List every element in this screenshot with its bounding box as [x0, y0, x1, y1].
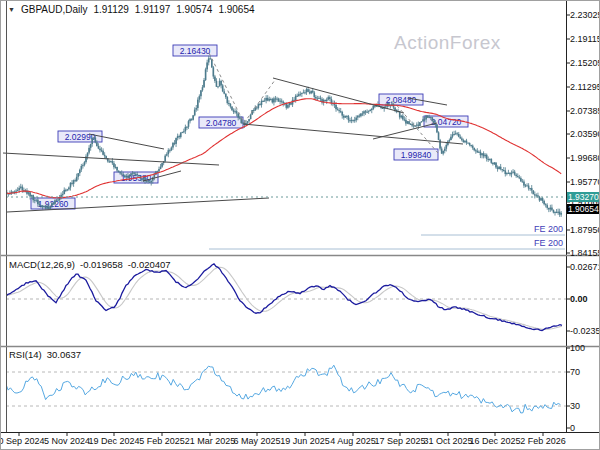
- macd-title: MACD(12,26,9) -0.019658 -0.020407: [9, 259, 171, 270]
- price-axis-tick: 2.23025: [570, 10, 600, 20]
- fe-200-label: FE 200: [503, 238, 563, 248]
- price-axis-tick: 2.03590: [570, 129, 600, 139]
- rsi-label: RSI(14): [9, 349, 42, 360]
- date-axis-label: 19 Jun 2025: [280, 436, 330, 446]
- level-price-box: 1.93270: [567, 192, 600, 202]
- symbol-timeframe: GBPAUD,Daily: [21, 4, 88, 15]
- chart-frame: [1, 1, 600, 436]
- fe-200-label: FE 200: [503, 224, 563, 234]
- quote-open: 1.91129: [93, 4, 128, 15]
- date-axis-label: 17 Sep 2025: [374, 436, 425, 446]
- symbol-dropdown-icon[interactable]: ▼: [8, 6, 15, 13]
- swing-price-labels: 2.164302.029901.922601.953802.047802.084…: [31, 45, 468, 209]
- last-price-box: 1.90654: [567, 204, 600, 214]
- date-axis-label: 4 Aug 2025: [330, 436, 376, 446]
- macd-value-signal: -0.020407: [128, 259, 171, 270]
- macd-lines: [6, 264, 562, 331]
- rsi-axis-tick: 100: [570, 343, 585, 353]
- date-axis-label: 31 Oct 2025: [423, 436, 472, 446]
- watermark: ActionForex: [394, 32, 501, 54]
- date-axis-label: 19 Dec 2024: [88, 436, 139, 446]
- rsi-value: 30.0637: [47, 349, 81, 360]
- price-axis-tick: 1.87950: [570, 225, 600, 235]
- price-axis-tick: 2.19115: [570, 34, 600, 44]
- price-axis-tick: 2.11295: [570, 82, 600, 92]
- date-axis-label: 20 Sep 2024: [0, 436, 45, 446]
- date-axis-label: 2 Feb 2026: [520, 436, 566, 446]
- macd-axis-tick: -0.023588: [570, 326, 600, 336]
- quote-high: 1.91197: [135, 4, 170, 15]
- macd-axis-tick: 0.026715: [570, 262, 600, 272]
- quote-close: 1.90654: [218, 4, 254, 15]
- quote-low: 1.90574: [176, 4, 212, 15]
- rsi-axis-tick: 0: [570, 423, 575, 433]
- price-axis-tick: 2.07385: [570, 106, 600, 116]
- svg-text:2.16430: 2.16430: [180, 46, 211, 56]
- macd-label: MACD(12,26,9): [9, 259, 75, 270]
- svg-text:2.08480: 2.08480: [386, 95, 417, 105]
- date-axis-label: 5 Feb 2025: [139, 436, 185, 446]
- rsi-axis-tick: 30: [570, 401, 580, 411]
- date-axis-label: 21 Mar 2025: [185, 436, 236, 446]
- price-axis-tick: 1.99680: [570, 153, 600, 163]
- price-axis-tick: 1.95770: [570, 177, 600, 187]
- price-axis-tick: 1.84155: [570, 248, 600, 258]
- moving-average-line: [7, 99, 561, 198]
- svg-text:2.02990: 2.02990: [65, 132, 96, 142]
- rsi-title: RSI(14) 30.0637: [9, 349, 81, 360]
- macd-axis-tick: 0.00: [570, 294, 588, 304]
- trading-chart-window: 2.164302.029901.922601.953802.047802.084…: [0, 0, 600, 450]
- date-axis-label: 6 May 2025: [233, 436, 280, 446]
- svg-text:2.04780: 2.04780: [206, 118, 237, 128]
- price-axis-tick: 2.15205: [570, 58, 600, 68]
- date-axis-label: 5 Nov 2024: [44, 436, 90, 446]
- rsi-axis-tick: 70: [570, 367, 580, 377]
- macd-value-main: -0.019658: [80, 259, 123, 270]
- svg-text:1.99840: 1.99840: [401, 150, 432, 160]
- date-axis-label: 16 Dec 2025: [469, 436, 520, 446]
- chart-title-bar: ▼ GBPAUD,Daily 1.91129 1.91197 1.90574 1…: [8, 4, 255, 15]
